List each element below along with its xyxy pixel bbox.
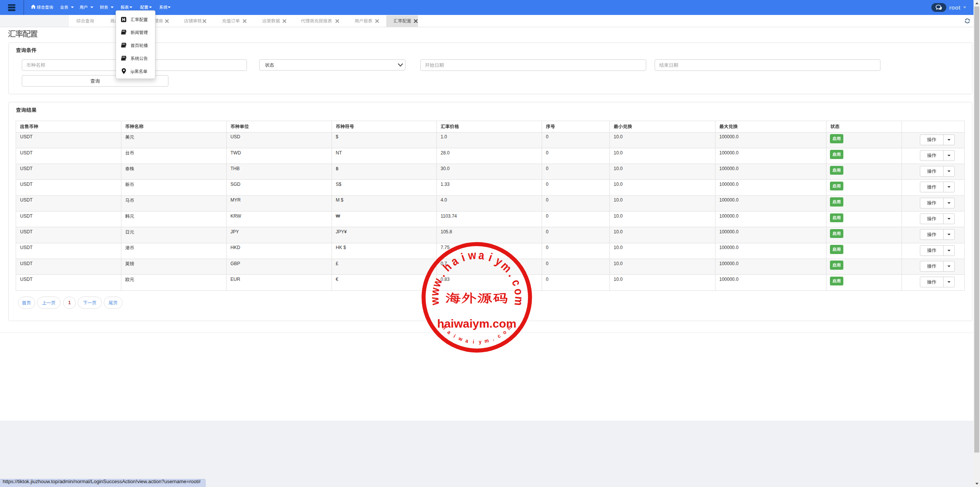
svg-text:y: y [479,339,482,345]
svg-text:c: c [496,333,501,339]
svg-text:m: m [506,324,513,331]
svg-text:.: . [491,336,495,342]
svg-text:i: i [473,339,475,345]
svg-text:m: m [484,337,489,344]
svg-text:a: a [465,338,469,344]
svg-text:w: w [457,335,464,343]
svg-text:h: h [441,325,448,331]
svg-text:i: i [452,333,457,339]
